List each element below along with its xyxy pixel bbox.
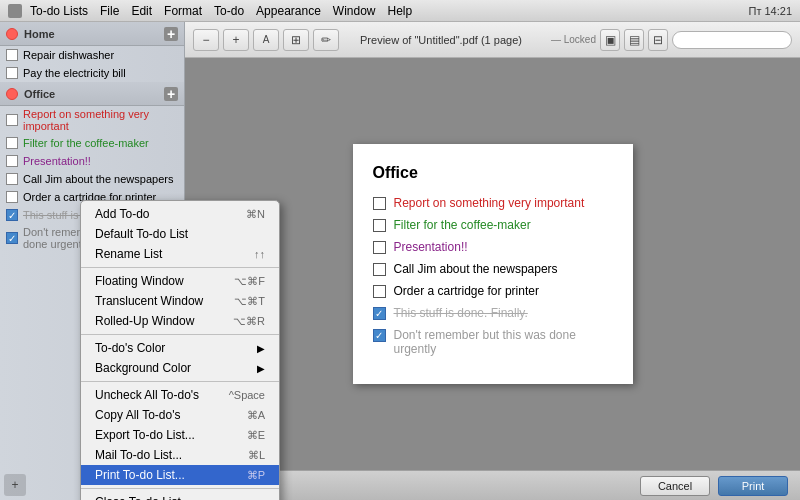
search-input[interactable] [672,31,792,49]
todo-label: Filter for the coffee-maker [23,137,149,149]
todo-label: Pay the electricity bill [23,67,126,79]
app-icon [8,4,22,18]
menu-window[interactable]: Window [333,4,376,18]
menu-item-default-list[interactable]: Default To-do List [81,224,279,244]
menu-shortcut: ⌘L [248,449,265,462]
menu-item-label: Add To-do [95,207,150,221]
menu-item-add-todo[interactable]: Add To-do ⌘N [81,204,279,224]
cancel-button[interactable]: Cancel [640,476,710,496]
sidebar-section-home-header: Home + [0,22,184,46]
print-button[interactable]: Print [718,476,788,496]
menu-item-floating-window[interactable]: Floating Window ⌥⌘F [81,271,279,291]
zoom-in-btn[interactable]: + [223,29,249,51]
preview-item-label: Presentation!! [394,240,468,254]
menu-edit[interactable]: Edit [131,4,152,18]
menu-item-label: Floating Window [95,274,184,288]
menu-shortcut: ⌘A [247,409,265,422]
menu-item-print[interactable]: Print To-do List... ⌘P [81,465,279,485]
menu-shortcut: ⌘N [246,208,265,221]
menu-item-background-color[interactable]: Background Color ▶ [81,358,279,378]
context-menu: Add To-do ⌘N Default To-do List Rename L… [80,200,280,500]
add-todo-office-btn[interactable]: + [164,87,178,101]
preview-checkbox [373,285,386,298]
menu-item-label: Translucent Window [95,294,203,308]
checkbox[interactable]: ✓ [6,209,18,221]
menu-file[interactable]: File [100,4,119,18]
menu-shortcut: ⌥⌘F [234,275,265,288]
preview-checkbox [373,197,386,210]
add-todo-home-btn[interactable]: + [164,27,178,41]
menu-item-label: Rolled-Up Window [95,314,194,328]
preview-checkbox [373,263,386,276]
toolbar: − + A ⊞ ✏ Preview of "Untitled".pdf (1 p… [185,22,800,58]
menu-item-rename-list[interactable]: Rename List ↑↑ [81,244,279,264]
menubar-time: Пт 14:21 [748,5,792,17]
menu-shortcut: ⌥⌘R [233,315,265,328]
menu-shortcut: ⌘E [247,429,265,442]
menu-todo[interactable]: To-do [214,4,244,18]
menu-item-translucent-window[interactable]: Translucent Window ⌥⌘T [81,291,279,311]
preview-list-item: Call Jim about the newspapers [373,262,613,276]
menu-item-uncheck-all[interactable]: Uncheck All To-do's ^Space [81,385,279,405]
menu-separator [81,334,279,335]
checkbox[interactable] [6,155,18,167]
list-item[interactable]: Report on something very important [0,106,184,134]
sidebar-add-icon[interactable]: + [4,474,26,496]
checkbox[interactable] [6,173,18,185]
menu-appearance[interactable]: Appearance [256,4,321,18]
submenu-arrow-icon: ▶ [257,363,265,374]
menu-item-label: Copy All To-do's [95,408,180,422]
list-item[interactable]: Repair dishwasher [0,46,184,64]
menu-shortcut: ⌥⌘T [234,295,265,308]
preview-item-label: Order a cartridge for printer [394,284,539,298]
menu-item-label: Mail To-do List... [95,448,182,462]
menu-item-label: Close To-do List [95,495,181,500]
preview-item-label: This stuff is done. Finally. [394,306,528,320]
list-item[interactable]: Filter for the coffee-maker [0,134,184,152]
menu-item-rolled-up-window[interactable]: Rolled-Up Window ⌥⌘R [81,311,279,331]
close-btn-home[interactable] [6,28,18,40]
zoom-out-btn[interactable]: − [193,29,219,51]
todo-label: Report on something very important [23,108,178,132]
preview-checkbox: ✓ [373,307,386,320]
preview-item-label: Report on something very important [394,196,585,210]
preview-list-item: Report on something very important [373,196,613,210]
preview-card: Office Report on something very importan… [353,144,633,384]
menu-format[interactable]: Format [164,4,202,18]
sidebar-section-office-header: Office + [0,82,184,106]
menu-separator [81,267,279,268]
preview-item-label: Filter for the coffee-maker [394,218,531,232]
view-btn-1[interactable]: ▣ [600,29,620,51]
view-btn-2[interactable]: ▤ [624,29,644,51]
checkbox[interactable] [6,49,18,61]
toolbar-lock-label: — Locked [551,34,596,45]
menu-help[interactable]: Help [388,4,413,18]
menu-item-export[interactable]: Export To-do List... ⌘E [81,425,279,445]
menu-item-copy-all[interactable]: Copy All To-do's ⌘A [81,405,279,425]
menubar-items: To-do Lists File Edit Format To-do Appea… [30,4,412,18]
list-item[interactable]: Pay the electricity bill [0,64,184,82]
menu-item-label: Export To-do List... [95,428,195,442]
menu-todolist[interactable]: To-do Lists [30,4,88,18]
fit-page-btn[interactable]: ⊞ [283,29,309,51]
list-item[interactable]: Call Jim about the newspapers [0,170,184,188]
menu-item-close-list[interactable]: Close To-do List [81,492,279,500]
checkbox[interactable]: ✓ [6,232,18,244]
sidebar-section-home-label: Home [24,28,55,40]
preview-title: Office [373,164,613,182]
menu-item-label: Uncheck All To-do's [95,388,199,402]
checkbox[interactable] [6,191,18,203]
menu-item-mail[interactable]: Mail To-do List... ⌘L [81,445,279,465]
checkbox[interactable] [6,67,18,79]
menu-item-todo-color[interactable]: To-do's Color ▶ [81,338,279,358]
list-item[interactable]: Presentation!! [0,152,184,170]
checkbox[interactable] [6,114,18,126]
preview-list-item: ✓ This stuff is done. Finally. [373,306,613,320]
annotate-btn[interactable]: ✏ [313,29,339,51]
view-btn-3[interactable]: ⊟ [648,29,668,51]
close-btn-office[interactable] [6,88,18,100]
actual-size-btn[interactable]: A [253,29,279,51]
preview-checkbox: ✓ [373,329,386,342]
checkbox[interactable] [6,137,18,149]
menu-shortcut: ↑↑ [254,248,265,260]
